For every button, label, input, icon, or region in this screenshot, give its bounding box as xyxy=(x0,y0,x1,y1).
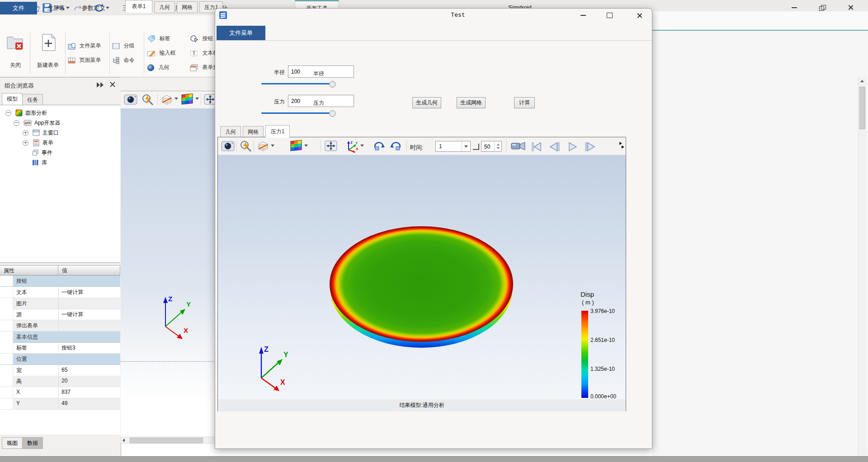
dialog-minimize-button[interactable] xyxy=(575,9,591,22)
table-row[interactable]: 弹出表单 xyxy=(0,320,120,331)
bottom-tab-data[interactable]: 数据 xyxy=(22,437,43,449)
hide-geometry-button[interactable] xyxy=(160,93,174,107)
pin-panel-icon[interactable] xyxy=(96,82,105,90)
hide-geometry-button[interactable] xyxy=(256,140,269,152)
table-row[interactable]: Y49 xyxy=(0,398,120,410)
scroll-left-icon[interactable] xyxy=(123,439,125,442)
dialog-tab-file-menu[interactable]: 文件菜单 xyxy=(217,26,265,40)
group-icon xyxy=(112,42,120,50)
expand-icon[interactable] xyxy=(23,140,28,146)
tree-item-mainwindow[interactable]: 主窗口 xyxy=(23,128,59,138)
legend-tick: 2.651e-10 xyxy=(590,337,615,343)
canvas-tab-form1[interactable]: 表单1 xyxy=(125,0,152,13)
spin-down-icon[interactable] xyxy=(497,147,500,149)
tree-item-analysis[interactable]: 圆形分析 xyxy=(5,108,47,118)
dropdown-icon[interactable] xyxy=(360,145,364,147)
new-form-button[interactable]: 新建表单 xyxy=(33,32,63,75)
rotate-ccw-button[interactable] xyxy=(389,140,402,152)
command-item[interactable]: 命令 xyxy=(112,56,134,65)
pan-button[interactable] xyxy=(324,140,337,152)
file-menu-item[interactable]: 文件菜单 xyxy=(68,42,101,51)
page-menu-item[interactable]: 页面菜单 xyxy=(68,56,101,65)
close-panel-icon[interactable] xyxy=(109,81,116,89)
tree-item-library[interactable]: 库 xyxy=(32,158,47,168)
radius-slider-thumb[interactable] xyxy=(329,81,336,88)
close-app-button[interactable]: 关闭 xyxy=(3,32,28,75)
table-row[interactable]: 文本一键计算 xyxy=(0,287,120,298)
scroll-up-icon[interactable] xyxy=(860,80,864,82)
time-select[interactable]: 1 xyxy=(435,141,471,152)
vertical-scrollbar[interactable] xyxy=(858,77,866,456)
view-tab-pressure1[interactable]: 压力1 xyxy=(265,125,290,138)
radius-slider[interactable] xyxy=(261,83,335,84)
table-row[interactable]: 标签按钮3 xyxy=(0,342,120,354)
generate-mesh-button[interactable]: 生成网格 xyxy=(457,97,486,108)
panel-tab-task[interactable]: 任务 xyxy=(22,94,43,106)
dropdown-icon[interactable] xyxy=(175,98,178,100)
snapshot-button[interactable] xyxy=(124,93,137,107)
ribbon-tab-params[interactable]: 参数定义 xyxy=(75,2,112,14)
group-item[interactable]: 分组 xyxy=(112,42,134,51)
spin-up-icon[interactable] xyxy=(497,144,500,145)
table-row[interactable]: 高20 xyxy=(0,376,120,387)
canvas-tab-geometry[interactable]: 几何 xyxy=(154,1,175,13)
table-row[interactable]: 图片 xyxy=(0,298,120,309)
dropdown-icon[interactable] xyxy=(271,145,274,147)
table-row[interactable]: 宽65 xyxy=(0,365,120,376)
pressure-slider-thumb[interactable] xyxy=(329,110,336,117)
button-item[interactable]: 按钮 xyxy=(190,34,213,43)
tree-item-events[interactable]: 事件 xyxy=(32,148,52,158)
table-row-group[interactable]: 按钮 xyxy=(0,275,120,287)
skip-first-button[interactable] xyxy=(530,141,543,153)
colormap-cube-button[interactable] xyxy=(181,93,193,107)
svg-text:X: X xyxy=(280,378,285,386)
generate-geometry-button[interactable]: 生成几何 xyxy=(412,97,441,108)
view-tab-mesh[interactable]: 网格 xyxy=(243,126,264,138)
text-box-item[interactable]: T 文本框 xyxy=(190,49,218,58)
horizontal-scroll-thumb[interactable] xyxy=(130,438,203,443)
scale-corner-icon[interactable] xyxy=(473,144,479,150)
record-animation-button[interactable] xyxy=(511,140,526,152)
geometry-item[interactable]: 几何 xyxy=(147,63,169,72)
input-box-item[interactable]: 输入框 xyxy=(147,49,175,58)
step-back-button[interactable] xyxy=(548,141,561,153)
column-header-property[interactable]: 属性 xyxy=(0,266,58,275)
ribbon-tab-file[interactable]: 文件 xyxy=(0,2,37,14)
dialog-close-button[interactable] xyxy=(630,9,648,22)
vertical-scroll-thumb[interactable] xyxy=(859,87,865,129)
collapse-icon[interactable] xyxy=(5,110,11,116)
compute-button[interactable]: 计算 xyxy=(514,97,535,108)
dropdown-icon[interactable] xyxy=(304,145,308,147)
table-row-group[interactable]: 位置 xyxy=(0,354,120,365)
table-row-group[interactable]: 基本信息 xyxy=(0,331,120,343)
view-orientation-button[interactable]: ZYX xyxy=(343,140,356,152)
pressure-slider[interactable] xyxy=(261,112,335,114)
form-set-item[interactable]: 表单集 xyxy=(190,63,218,72)
label-item[interactable]: 标签 xyxy=(147,34,170,43)
dialog-maximize-button[interactable] xyxy=(601,9,618,22)
zoom-fit-button[interactable] xyxy=(239,140,252,152)
column-header-value[interactable]: 值 xyxy=(58,266,120,275)
step-forward-button[interactable] xyxy=(583,141,597,153)
frame-spinner[interactable] xyxy=(481,141,502,152)
expand-icon[interactable] xyxy=(23,130,28,136)
colormap-cube-button[interactable] xyxy=(290,140,302,152)
view-tab-geometry[interactable]: 几何 xyxy=(220,126,241,138)
tree-item-appdev[interactable]: APP App开发器 xyxy=(14,118,60,128)
table-row[interactable]: 源一键计算 xyxy=(0,309,120,320)
combo-dropdown-icon[interactable] xyxy=(462,141,470,151)
toolbar-overflow-icon[interactable] xyxy=(618,142,625,151)
zoom-fit-button[interactable] xyxy=(141,93,155,107)
bottom-tab-view[interactable]: 视图 xyxy=(2,437,23,449)
dropdown-icon[interactable] xyxy=(195,98,199,100)
table-row[interactable]: X837 xyxy=(0,387,120,398)
snapshot-button[interactable] xyxy=(221,140,234,152)
radius-mirror-label: 半径 xyxy=(313,70,324,78)
canvas-tab-mesh[interactable]: 网格 xyxy=(177,1,198,13)
tree-item-form[interactable]: 表单 xyxy=(23,138,53,148)
panel-tab-model[interactable]: 模型 xyxy=(2,93,23,106)
play-button[interactable] xyxy=(566,141,580,153)
ribbon-tab-home[interactable]: 主屏幕 xyxy=(41,2,71,14)
collapse-icon[interactable] xyxy=(14,120,19,126)
rotate-cw-button[interactable] xyxy=(372,140,385,152)
